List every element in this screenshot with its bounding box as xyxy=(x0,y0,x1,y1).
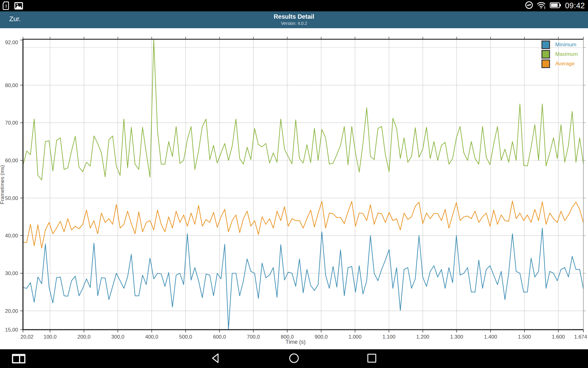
screenshot-image-icon xyxy=(14,2,23,11)
svg-text:70,00: 70,00 xyxy=(5,120,18,126)
svg-text:80,00: 80,00 xyxy=(5,82,18,88)
maximum-swatch xyxy=(541,50,550,59)
svg-text:!: ! xyxy=(6,3,7,9)
legend-item-average: Average xyxy=(541,59,578,68)
android-nav-bar xyxy=(0,349,588,368)
legend-item-minimum: Minimum xyxy=(541,40,578,49)
legend-label: Average xyxy=(555,61,575,67)
svg-text:40,00: 40,00 xyxy=(5,233,18,239)
results-chart-panel: 20,02100,0200,0300,0400,0500,0600,0700,0… xyxy=(0,28,588,349)
legend-label: Minimum xyxy=(555,42,576,48)
sim-warning-icon: ! xyxy=(2,1,10,11)
average-swatch xyxy=(541,59,550,68)
frametimes-chart: 20,02100,0200,0300,0400,0500,0600,0700,0… xyxy=(0,28,588,349)
x-axis-title: Time (s) xyxy=(0,339,588,345)
series-maximum xyxy=(23,39,583,180)
do-not-disturb-icon xyxy=(525,1,533,10)
battery-icon xyxy=(550,2,561,10)
legend-label: Maximum xyxy=(555,51,578,57)
y-axis-labels: 15,0020,0030,0040,0050,0060,0070,0080,00… xyxy=(5,40,18,333)
svg-text:60,00: 60,00 xyxy=(5,158,18,163)
legend-item-maximum: Maximum xyxy=(541,49,578,59)
svg-text:30,00: 30,00 xyxy=(5,270,18,276)
status-bar: ! xyxy=(0,0,588,11)
series-lines xyxy=(23,39,583,330)
version-label: Version: 4.0.2 xyxy=(0,21,588,26)
series-average xyxy=(23,201,583,248)
chart-legend: Minimum Maximum Average xyxy=(541,40,578,68)
svg-text:15,00: 15,00 xyxy=(5,327,18,333)
axis-ticks xyxy=(20,37,586,332)
recents-icon[interactable] xyxy=(366,352,378,366)
page-title: Results Detail xyxy=(0,13,588,20)
wifi-icon xyxy=(537,1,546,10)
app-header: Results Detail Version: 4.0.2 Zur. xyxy=(0,11,588,28)
series-minimum xyxy=(23,228,583,330)
minimum-swatch xyxy=(541,40,550,49)
home-icon[interactable] xyxy=(288,352,300,366)
y-axis-title: Frametimes (ms) xyxy=(0,139,6,231)
svg-text:50,00: 50,00 xyxy=(5,195,18,201)
back-icon[interactable] xyxy=(210,352,222,366)
status-clock: 09:42 xyxy=(565,1,585,10)
gridlines xyxy=(23,39,583,330)
back-button[interactable]: Zur. xyxy=(9,15,21,23)
svg-text:92,00: 92,00 xyxy=(5,40,18,45)
svg-text:20,00: 20,00 xyxy=(5,308,18,314)
